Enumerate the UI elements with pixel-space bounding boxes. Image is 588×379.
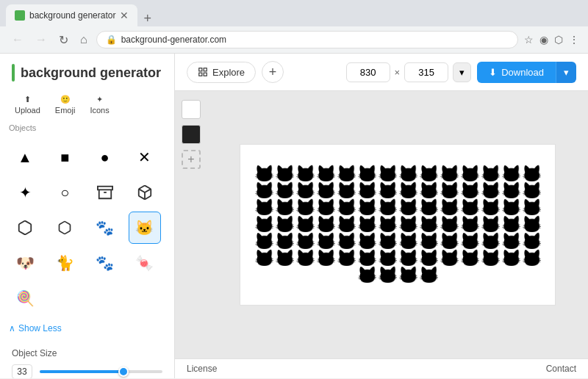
cat-icon: 🐱 [378, 250, 398, 267]
reload-button[interactable]: ↻ [56, 32, 71, 48]
menu-icon[interactable]: ⋮ [569, 34, 579, 46]
cat-icon: 🐱 [522, 250, 542, 267]
url-bar[interactable]: 🔒 background-generator.com [96, 31, 518, 48]
cat-icon: 🐱 [357, 250, 377, 267]
add-color-button[interactable]: + [182, 150, 201, 169]
download-dropdown-button[interactable]: ▾ [556, 62, 576, 83]
cat-icon: 🐱 [275, 234, 295, 250]
canvas-area: + 🐱🐱🐱🐱🐱🐱🐱🐱🐱🐱🐱 🐱🐱🐱🐱🐱🐱🐱🐱🐱🐱🐱 🐱🐱🐱🐱🐱🐱🐱🐱🐱🐱🐱 🐱🐱… [175, 91, 588, 358]
color-swatch-white[interactable] [182, 100, 201, 119]
cat-icon: 🐱 [398, 267, 418, 284]
icon-grid: ▲ ■ ● ✕ ✦ ○ [0, 138, 174, 320]
icons-button[interactable]: ✦ Icons [84, 92, 115, 118]
color-swatch-black[interactable] [182, 125, 201, 144]
cat-icon: 🐱 [295, 234, 315, 250]
cat-icon: 🐱 [254, 234, 274, 250]
toolbar: Explore + × ▾ ⬇ Download ▾ [175, 54, 588, 91]
icon-cat[interactable]: 🐱 [129, 212, 161, 244]
show-less-button[interactable]: ∧ Show Less [0, 320, 174, 342]
extension-icon[interactable]: ⬡ [554, 34, 563, 46]
profile-icon[interactable]: ◉ [539, 34, 548, 46]
cat-icon: 🐱 [440, 217, 459, 233]
height-input[interactable] [404, 62, 448, 82]
icon-paw-small[interactable]: 🐾 [89, 247, 121, 279]
dimension-dropdown[interactable]: ▾ [453, 62, 471, 82]
cat-icon: 🐱 [316, 200, 336, 216]
shape-square[interactable]: ■ [49, 141, 81, 173]
cat-icon: 🐱 [378, 234, 398, 250]
cat-icon: 🐱 [419, 234, 439, 250]
icon-cube[interactable] [9, 212, 41, 244]
lock-icon: 🔒 [106, 35, 117, 45]
explore-label: Explore [212, 67, 245, 78]
icon-dog[interactable]: 🐶 [9, 247, 41, 279]
cat-icon: 🐱 [440, 250, 459, 267]
emoji-button[interactable]: 🙂 Emoji [49, 92, 82, 118]
object-size-track[interactable] [40, 370, 162, 373]
cat-icon: 🐱 [398, 217, 418, 233]
cat-icon: 🐱 [357, 166, 377, 182]
shape-x[interactable]: ✕ [129, 141, 161, 173]
cat-icon: 🐱 [295, 200, 315, 216]
add-button[interactable]: + [262, 61, 284, 83]
main-content: Explore + × ▾ ⬇ Download ▾ [175, 54, 588, 378]
active-tab[interactable]: background generator ✕ [6, 4, 137, 26]
download-icon: ⬇ [489, 67, 497, 78]
cat-icon: 🐱 [440, 183, 459, 199]
cat-icon: 🐱 [357, 200, 377, 216]
home-button[interactable]: ⌂ [77, 32, 90, 48]
shape-circle-outline[interactable]: ○ [49, 176, 81, 209]
cat-icon: 🐱 [254, 200, 274, 216]
cat-icon: 🐱 [419, 183, 439, 199]
cat-icon: 🐱 [440, 166, 459, 182]
icon-candy[interactable]: 🍬 [129, 247, 161, 279]
forward-button[interactable]: → [32, 32, 50, 48]
cat-icon: 🐱 [357, 234, 377, 250]
cat-icon: 🐱 [337, 166, 356, 182]
icon-box-closed[interactable] [129, 176, 161, 209]
dimension-inputs: × ▾ [346, 62, 472, 82]
back-button[interactable]: ← [9, 32, 26, 48]
contact-link[interactable]: Contact [546, 364, 576, 374]
url-text: background-generator.com [121, 35, 226, 45]
icon-paw[interactable]: 🐾 [89, 212, 121, 244]
license-link[interactable]: License [187, 364, 217, 374]
cat-icon: 🐱 [481, 250, 501, 267]
cat-icon: 🐱 [275, 217, 295, 233]
cat-icon: 🐱 [337, 200, 356, 216]
cat-icon: 🐱 [522, 217, 542, 233]
address-icons: ☆ ◉ ⬡ ⋮ [524, 34, 579, 46]
icon-cat-small[interactable]: 🐈 [49, 247, 81, 279]
shape-triangle[interactable]: ▲ [9, 141, 41, 173]
cat-icon: 🐱 [378, 200, 398, 216]
cat-icon: 🐱 [337, 234, 356, 250]
object-size-thumb[interactable] [118, 367, 129, 377]
cat-icon: 🐱 [398, 234, 418, 250]
tab-close-button[interactable]: ✕ [120, 10, 129, 21]
cat-pattern-grid: 🐱🐱🐱🐱🐱🐱🐱🐱🐱🐱🐱 🐱🐱🐱🐱🐱🐱🐱🐱🐱🐱🐱 🐱🐱🐱🐱🐱🐱🐱🐱🐱🐱🐱 🐱🐱🐱🐱… [243, 160, 552, 289]
cat-icon: 🐱 [460, 200, 480, 216]
new-tab-button[interactable]: + [137, 11, 157, 26]
cat-icon: 🐱 [501, 217, 521, 233]
object-size-value[interactable]: 33 [12, 364, 32, 378]
dimension-separator: × [395, 67, 401, 78]
download-main-button[interactable]: ⬇ Download [477, 62, 556, 83]
object-size-label: Object Size [12, 348, 162, 358]
svg-rect-5 [199, 73, 202, 76]
bookmark-icon[interactable]: ☆ [524, 34, 534, 46]
upload-button[interactable]: ⬆ Upload [9, 92, 46, 118]
cat-icon: 🐱 [460, 217, 480, 233]
cat-icon: 🐱 [440, 200, 459, 216]
cat-icon: 🐱 [357, 183, 377, 199]
cat-icon: 🐱 [254, 217, 274, 233]
shape-star4[interactable]: ✦ [9, 176, 41, 209]
icon-cube-small[interactable] [49, 212, 81, 244]
cat-icon: 🐱 [419, 200, 439, 216]
icon-lollipop[interactable]: 🍭 [9, 282, 41, 314]
shape-circle-filled[interactable]: ● [89, 141, 121, 173]
explore-button[interactable]: Explore [187, 62, 256, 83]
icon-box-open[interactable] [89, 176, 121, 209]
chevron-up-icon: ∧ [9, 323, 15, 333]
tab-favicon [15, 10, 25, 21]
width-input[interactable] [346, 62, 390, 82]
